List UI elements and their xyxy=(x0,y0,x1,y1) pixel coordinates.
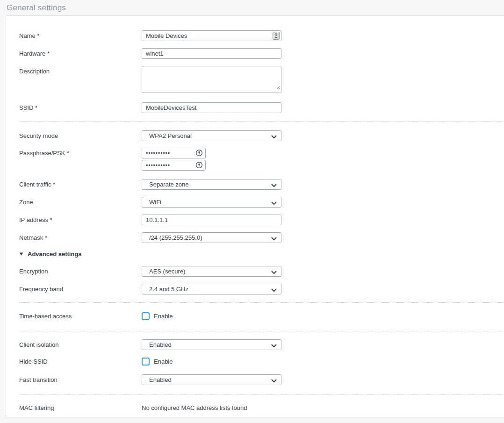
mac-filtering-label: MAC filtering xyxy=(19,402,142,411)
zone-select[interactable]: WiFi xyxy=(142,197,281,208)
frequency-band-value: 2.4 and 5 GHz xyxy=(149,286,188,293)
zone-value: WiFi xyxy=(149,199,161,206)
form-row-ip-address: IP address * xyxy=(19,215,504,225)
hide-ssid-label: Hide SSID xyxy=(19,357,142,365)
client-traffic-label: Client traffic * xyxy=(19,179,142,188)
section-divider xyxy=(19,121,504,122)
form-row-ssid: SSID * xyxy=(19,102,504,113)
show-password-icon[interactable] xyxy=(195,149,203,157)
section-divider xyxy=(19,302,504,303)
form-row-passphrase: Passphrase/PSK * xyxy=(19,148,504,172)
form-row-mac-filtering: MAC filtering No configured MAC address … xyxy=(19,402,504,411)
chevron-down-icon xyxy=(271,200,277,207)
form-row-netmask: Netmask * /24 (255.255.255.0) xyxy=(19,232,504,243)
chevron-down-icon xyxy=(271,182,277,189)
fast-transition-value: Enabled xyxy=(149,376,172,383)
form-row-zone: Zone WiFi xyxy=(19,197,504,208)
netmask-select[interactable]: /24 (255.255.255.0) xyxy=(142,232,281,243)
fast-transition-select[interactable]: Enabled xyxy=(142,374,281,385)
form-row-description: Description xyxy=(19,66,504,93)
frequency-band-select[interactable]: 2.4 and 5 GHz xyxy=(142,284,281,294)
description-textarea[interactable] xyxy=(142,66,281,93)
hardware-label: Hardware * xyxy=(19,48,142,57)
security-mode-value: WPA2 Personal xyxy=(149,132,192,139)
form-row-frequency-band: Frequency band 2.4 and 5 GHz xyxy=(19,284,504,294)
chevron-down-icon xyxy=(271,287,277,294)
netmask-value: /24 (255.255.255.0) xyxy=(149,234,202,241)
chevron-down-icon xyxy=(271,269,277,276)
encryption-value: AES (secure) xyxy=(149,268,185,275)
form-row-hide-ssid: Hide SSID Enable xyxy=(19,357,504,366)
chevron-down-icon xyxy=(271,343,277,350)
form-row-name: Name * xyxy=(19,30,504,41)
fast-transition-label: Fast transition xyxy=(19,374,142,383)
time-based-access-label: Time-based access xyxy=(19,312,142,320)
general-settings-card: Name * Hardware * Description xyxy=(6,15,504,417)
ssid-label: SSID * xyxy=(19,102,142,111)
ip-address-input[interactable] xyxy=(142,215,281,225)
advanced-settings-toggle[interactable]: Advanced settings xyxy=(19,251,504,258)
frequency-band-label: Frequency band xyxy=(19,284,142,293)
page-title: General settings xyxy=(7,3,66,13)
name-label: Name * xyxy=(19,30,142,39)
section-divider xyxy=(19,331,504,331)
encryption-label: Encryption xyxy=(19,266,142,275)
advanced-settings-label: Advanced settings xyxy=(28,251,82,258)
mac-filtering-status: No configured MAC address lists found xyxy=(142,402,247,411)
hide-ssid-checkbox-label: Enable xyxy=(154,358,173,365)
form-row-fast-transition: Fast transition Enabled xyxy=(19,374,504,385)
client-isolation-value: Enabled xyxy=(149,341,172,348)
security-mode-label: Security mode xyxy=(19,130,142,139)
time-based-access-checkbox-label: Enable xyxy=(154,313,173,320)
client-traffic-value: Separate zone xyxy=(149,181,189,188)
resize-grip-icon[interactable] xyxy=(276,83,281,92)
caret-down-icon xyxy=(19,252,23,256)
show-password-icon[interactable] xyxy=(195,161,203,169)
name-input[interactable] xyxy=(142,30,281,41)
form-row-client-isolation: Client isolation Enabled xyxy=(19,339,504,350)
time-based-access-checkbox[interactable] xyxy=(142,312,150,320)
hardware-input[interactable] xyxy=(142,48,281,59)
ssid-input[interactable] xyxy=(142,102,281,113)
client-isolation-label: Client isolation xyxy=(19,339,142,348)
client-isolation-select[interactable]: Enabled xyxy=(142,339,281,350)
autofill-contact-icon[interactable] xyxy=(273,32,280,40)
netmask-label: Netmask * xyxy=(19,232,142,241)
form-row-hardware: Hardware * xyxy=(19,48,504,59)
ip-address-label: IP address * xyxy=(19,215,142,223)
section-divider xyxy=(19,394,504,395)
chevron-down-icon xyxy=(271,236,277,243)
security-mode-select[interactable]: WPA2 Personal xyxy=(142,130,281,141)
form-row-client-traffic: Client traffic * Separate zone xyxy=(19,179,504,190)
zone-label: Zone xyxy=(19,197,142,206)
form-row-time-based-access: Time-based access Enable xyxy=(19,312,504,320)
chevron-down-icon xyxy=(271,378,277,385)
client-traffic-select[interactable]: Separate zone xyxy=(142,179,281,190)
encryption-select[interactable]: AES (secure) xyxy=(142,266,281,277)
form-row-security-mode: Security mode WPA2 Personal xyxy=(19,130,504,141)
wireless-network-form: Name * Hardware * Description xyxy=(6,16,504,411)
chevron-down-icon xyxy=(271,134,277,141)
passphrase-label: Passphrase/PSK * xyxy=(19,148,142,157)
description-label: Description xyxy=(19,66,142,75)
form-row-encryption: Encryption AES (secure) xyxy=(19,266,504,277)
hide-ssid-checkbox[interactable] xyxy=(142,358,150,366)
